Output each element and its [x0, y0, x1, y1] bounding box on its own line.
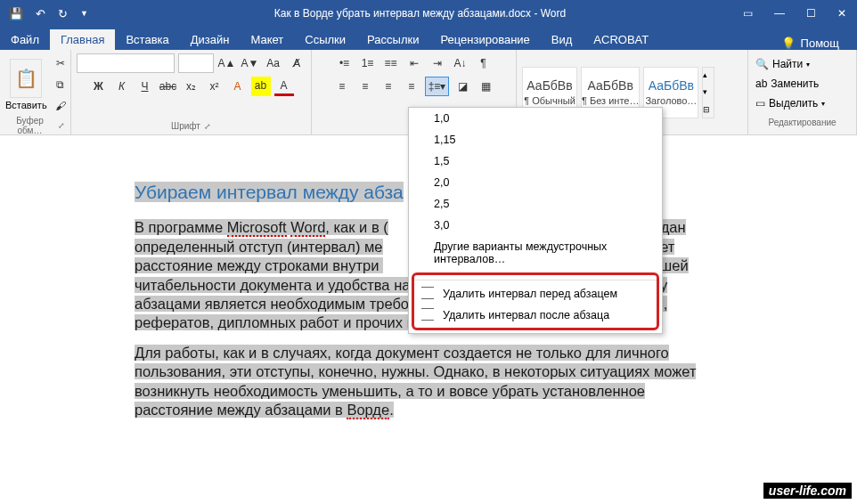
qat-more-icon[interactable]: ▼: [80, 9, 88, 18]
show-marks-icon[interactable]: ¶: [474, 53, 494, 73]
text-effects-icon[interactable]: A: [228, 77, 248, 96]
line-spacing-button[interactable]: ‡≡▾: [425, 77, 450, 96]
undo-icon[interactable]: ↶: [36, 7, 45, 20]
window-title: Как в Ворде убрать интервал между абзаца…: [97, 7, 743, 20]
tab-layout[interactable]: Макет: [240, 29, 294, 50]
spacing-more-options[interactable]: Другие варианты междустрочных интервалов…: [409, 236, 662, 270]
copy-icon[interactable]: ⧉: [51, 75, 70, 94]
font-size-combo[interactable]: [178, 53, 214, 73]
tab-references[interactable]: Ссылки: [294, 29, 356, 50]
group-font: A▲ A▼ Aa A̸ Ж К Ч abc x₂ x² A ab A Шрифт…: [71, 50, 312, 134]
align-center-icon[interactable]: ≡: [355, 77, 375, 96]
tell-me[interactable]: 💡 Помощ: [781, 37, 857, 50]
group-editing: 🔍Найти▾ abЗаменить ▭Выделить▾ Редактиров…: [748, 50, 857, 134]
tab-insert[interactable]: Вставка: [115, 29, 179, 50]
save-icon[interactable]: 💾: [9, 7, 23, 20]
clipboard-icon: 📋: [10, 59, 42, 98]
spacing-2-5[interactable]: 2,5: [409, 193, 662, 215]
quick-access-toolbar: 💾 ↶ ↻ ▼: [0, 7, 97, 20]
underline-icon[interactable]: Ч: [135, 77, 155, 96]
minimize-icon[interactable]: —: [774, 7, 785, 20]
group-clipboard-label: Буфер обм…: [5, 116, 54, 135]
tab-design[interactable]: Дизайн: [180, 29, 241, 50]
spacing-1-15[interactable]: 1,15: [409, 129, 662, 150]
maximize-icon[interactable]: ☐: [806, 7, 816, 20]
spacing-1-0[interactable]: 1,0: [409, 108, 662, 129]
bold-icon[interactable]: Ж: [89, 77, 109, 96]
watermark: user-life.com: [763, 483, 852, 499]
font-name-combo[interactable]: [77, 53, 175, 73]
strike-icon[interactable]: abc: [159, 77, 178, 96]
multilevel-icon[interactable]: ≡≡: [381, 53, 401, 73]
paragraph-2: Для работы, как и в случаях, когда докум…: [135, 344, 722, 420]
clipboard-launcher-icon[interactable]: ⤢: [58, 121, 65, 130]
select-icon: ▭: [755, 97, 765, 110]
justify-icon[interactable]: ≡: [402, 77, 421, 96]
clear-format-icon[interactable]: A̸: [287, 53, 306, 73]
tab-mailings[interactable]: Рассылки: [356, 29, 429, 50]
close-icon[interactable]: ✕: [837, 7, 846, 20]
paste-button[interactable]: 📋 Вставить: [5, 59, 47, 110]
superscript-icon[interactable]: x²: [205, 77, 224, 96]
doc-heading: Убираем интервал между абза: [135, 182, 404, 202]
group-font-label: Шрифт: [171, 121, 200, 131]
select-button[interactable]: ▭Выделить▾: [755, 94, 849, 112]
bullets-icon[interactable]: •≡: [335, 53, 355, 73]
subscript-icon[interactable]: x₂: [182, 77, 201, 96]
tell-me-label: Помощ: [801, 37, 839, 50]
change-case-icon[interactable]: Aa: [264, 53, 283, 73]
find-button[interactable]: 🔍Найти▾: [755, 55, 849, 73]
remove-space-after[interactable]: Удалить интервал после абзаца: [414, 305, 657, 326]
sort-icon[interactable]: A↓: [451, 53, 470, 73]
spacing-2-0[interactable]: 2,0: [409, 172, 662, 193]
tab-acrobat[interactable]: ACROBAT: [583, 29, 659, 50]
align-left-icon[interactable]: ≡: [332, 77, 352, 96]
ribbon-tabs: Файл Главная Вставка Дизайн Макет Ссылки…: [0, 27, 857, 50]
group-editing-label: Редактирование: [768, 118, 836, 127]
align-right-icon[interactable]: ≡: [379, 77, 398, 96]
numbering-icon[interactable]: 1≡: [358, 53, 378, 73]
tab-view[interactable]: Вид: [541, 29, 584, 50]
cut-icon[interactable]: ✂: [51, 53, 70, 73]
font-color-icon[interactable]: A: [274, 77, 294, 96]
increase-indent-icon[interactable]: ⇥: [428, 53, 447, 73]
remove-space-before[interactable]: Удалить интервал перед абзацем: [414, 283, 657, 305]
highlighted-items: Удалить интервал перед абзацем Удалить и…: [412, 272, 659, 330]
italic-icon[interactable]: К: [112, 77, 132, 96]
find-icon: 🔍: [755, 58, 769, 70]
line-spacing-menu: 1,0 1,15 1,5 2,0 2,5 3,0 Другие варианты…: [408, 107, 663, 334]
replace-button[interactable]: abЗаменить: [755, 75, 849, 93]
borders-icon[interactable]: ▦: [476, 77, 495, 96]
title-bar: 💾 ↶ ↻ ▼ Как в Ворде убрать интервал межд…: [0, 0, 857, 27]
tab-review[interactable]: Рецензирование: [429, 29, 540, 50]
highlight-icon[interactable]: ab: [251, 77, 271, 96]
tab-home[interactable]: Главная: [50, 29, 115, 50]
shrink-font-icon[interactable]: A▼: [241, 53, 260, 73]
group-clipboard: 📋 Вставить ✂ ⧉ 🖌 Буфер обм…⤢: [0, 50, 71, 134]
shading-icon[interactable]: ◪: [453, 77, 472, 96]
format-painter-icon[interactable]: 🖌: [51, 96, 70, 116]
tab-file[interactable]: Файл: [0, 29, 50, 50]
redo-icon[interactable]: ↻: [58, 7, 68, 20]
decrease-indent-icon[interactable]: ⇤: [404, 53, 424, 73]
spacing-1-5[interactable]: 1,5: [409, 150, 662, 172]
styles-more-button[interactable]: ▴▾⊟: [702, 67, 714, 118]
lightbulb-icon: 💡: [781, 37, 796, 50]
ribbon-options-icon[interactable]: ▭: [743, 7, 753, 20]
window-controls: ▭ — ☐ ✕: [743, 7, 857, 20]
spacing-3-0[interactable]: 3,0: [409, 215, 662, 236]
replace-icon: ab: [755, 77, 767, 90]
grow-font-icon[interactable]: A▲: [217, 53, 237, 73]
font-launcher-icon[interactable]: ⤢: [204, 122, 211, 131]
